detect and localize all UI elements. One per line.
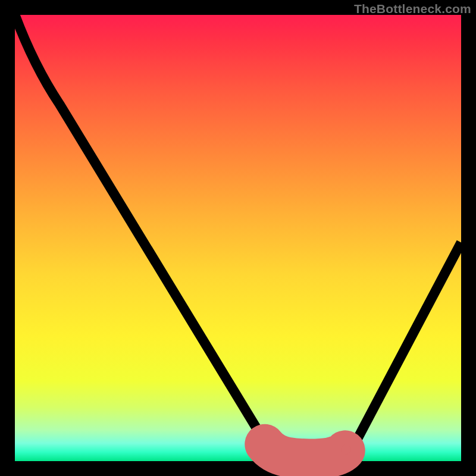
watermark-text: TheBottleneck.com <box>354 2 471 16</box>
chart-plot-area <box>15 15 461 461</box>
optimal-range-band <box>265 444 345 459</box>
optimal-end-dot <box>341 444 350 455</box>
chart-frame: TheBottleneck.com <box>0 0 476 476</box>
bottleneck-curve <box>15 15 461 459</box>
chart-svg <box>15 15 461 461</box>
